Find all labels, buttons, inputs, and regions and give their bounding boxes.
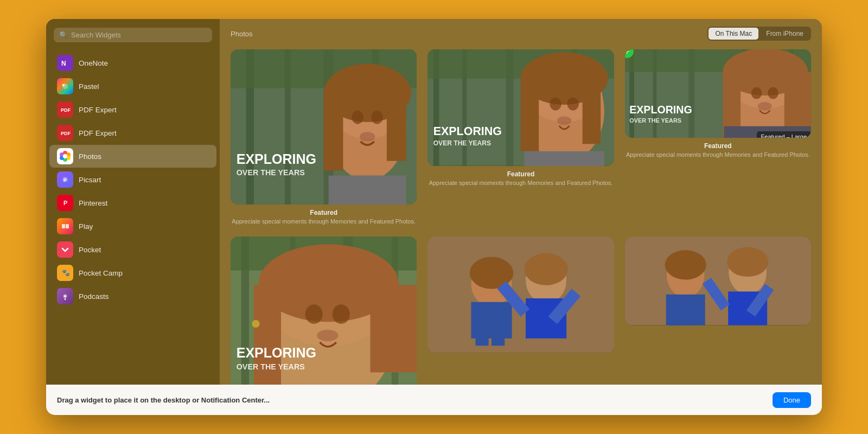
pdfexpert1-icon: PDF <box>57 101 73 118</box>
svg-text:P: P <box>63 177 67 183</box>
photo-widget-svg-medium: EXPLORING OVER THE YEARS <box>427 49 614 166</box>
content-title: Photos <box>231 30 252 38</box>
widget-desc-medium: Appreciate special moments through Memor… <box>429 179 613 187</box>
widget-card-r2-3 <box>625 237 811 385</box>
play-icon <box>57 218 73 234</box>
svg-rect-101 <box>492 324 505 346</box>
onenote-icon: N <box>57 55 73 71</box>
svg-text:PDF: PDF <box>61 107 71 113</box>
sidebar-item-podcasts[interactable]: Podcasts <box>49 285 216 308</box>
svg-point-25 <box>64 295 66 297</box>
svg-point-72 <box>751 87 762 99</box>
svg-point-91 <box>317 330 338 341</box>
widget-preview-r2-1[interactable]: EXPLORING OVER THE YEARS <box>231 237 417 385</box>
photo-r2-1-svg: EXPLORING OVER THE YEARS <box>231 237 417 385</box>
widget-name-medium: Featured <box>429 170 613 178</box>
widget-name-small: Featured <box>232 209 416 216</box>
svg-rect-35 <box>324 93 343 170</box>
sidebar-item-pocketcamp[interactable]: 🐾 Pocket Camp <box>49 261 216 284</box>
search-container: 🔍 Search Widgets <box>46 19 220 49</box>
svg-point-115 <box>727 247 768 277</box>
pdfexpert1-label: PDF Expert <box>79 106 117 114</box>
toggle-mac-btn[interactable]: On This Mac <box>709 28 758 40</box>
svg-text:EXPLORING: EXPLORING <box>433 125 502 138</box>
svg-point-14 <box>63 154 67 158</box>
widget-text-medium: Featured Appreciate special moments thro… <box>429 170 613 187</box>
svg-rect-108 <box>625 237 811 325</box>
svg-point-55 <box>567 98 579 111</box>
photos-label: Photos <box>79 152 101 161</box>
svg-rect-19 <box>62 224 65 228</box>
svg-rect-20 <box>66 224 69 228</box>
svg-rect-113 <box>684 311 695 326</box>
svg-rect-100 <box>476 324 489 346</box>
svg-point-37 <box>352 111 363 124</box>
play-label: Play <box>79 222 93 231</box>
svg-text:PDF: PDF <box>61 131 71 136</box>
svg-text:OVER THE YEARS: OVER THE YEARS <box>629 117 681 124</box>
sidebar-item-pastel[interactable]: Pastel <box>49 75 216 98</box>
svg-rect-88 <box>370 285 417 373</box>
widget-preview-large[interactable]: + <box>625 49 811 138</box>
svg-rect-71 <box>784 72 811 131</box>
sidebar-item-picsart[interactable]: P Picsart <box>49 168 216 191</box>
svg-rect-96 <box>427 237 614 353</box>
pinterest-label: Pinterest <box>79 199 107 207</box>
widget-preview-r2-3[interactable] <box>625 237 811 325</box>
widget-preview-small[interactable]: EXPLORING OVER THE YEARS <box>231 49 417 205</box>
content-header: Photos On This Mac From iPhone <box>220 19 822 46</box>
sidebar-item-pdfexpert2[interactable]: PDF PDF Expert <box>49 122 216 144</box>
widget-card-medium: EXPLORING OVER THE YEARS Featured Apprec… <box>427 49 614 226</box>
search-icon: 🔍 <box>59 31 68 39</box>
widget-preview-r2-2[interactable] <box>427 237 614 353</box>
svg-point-110 <box>665 251 706 280</box>
search-box[interactable]: 🔍 Search Widgets <box>54 28 212 42</box>
photo-widget-svg-large: EXPLORING OVER THE YEARS <box>625 49 811 138</box>
onenote-label: OneNote <box>79 59 108 67</box>
podcasts-label: Podcasts <box>79 292 109 301</box>
bottom-hint: Drag a widget to place it on the desktop… <box>57 396 270 404</box>
photos-icon <box>57 148 73 164</box>
widget-text-large: Featured Appreciate special moments thro… <box>626 142 810 159</box>
widget-preview-medium[interactable]: EXPLORING OVER THE YEARS <box>427 49 614 166</box>
main-content: Photos On This Mac From iPhone <box>220 19 822 385</box>
svg-text:N: N <box>61 60 66 67</box>
widget-picker-window: 🔍 Search Widgets N OneNote Pastel <box>46 19 822 415</box>
widget-row-1: EXPLORING OVER THE YEARS Featured Apprec… <box>231 49 811 226</box>
widget-card-r2-2 <box>427 237 614 385</box>
svg-text:🐾: 🐾 <box>62 269 70 277</box>
toggle-iphone-btn[interactable]: From iPhone <box>760 28 810 40</box>
svg-point-90 <box>333 305 350 324</box>
sidebar-item-play[interactable]: Play <box>49 215 216 238</box>
done-button[interactable]: Done <box>773 392 811 408</box>
window-body: 🔍 Search Widgets N OneNote Pastel <box>46 19 822 385</box>
svg-point-103 <box>525 253 568 285</box>
widget-row-2: EXPLORING OVER THE YEARS <box>231 237 811 385</box>
pinterest-icon: P <box>57 195 73 211</box>
bottom-bar: Drag a widget to place it on the desktop… <box>46 385 822 415</box>
search-input[interactable]: Search Widgets <box>71 31 121 39</box>
svg-text:EXPLORING: EXPLORING <box>629 104 692 116</box>
sidebar-item-photos[interactable]: Photos <box>49 145 216 168</box>
sidebar-item-pocket[interactable]: Pocket <box>49 238 216 261</box>
sidebar-item-onenote[interactable]: N OneNote <box>49 52 216 74</box>
svg-rect-40 <box>329 175 406 205</box>
svg-point-89 <box>305 305 323 324</box>
pdfexpert2-icon: PDF <box>57 125 73 141</box>
sidebar-item-pdfexpert1[interactable]: PDF PDF Expert <box>49 98 216 121</box>
svg-rect-36 <box>387 93 406 161</box>
picsart-label: Picsart <box>79 176 101 184</box>
sidebar-item-pinterest[interactable]: P Pinterest <box>49 192 216 214</box>
widget-desc-small: Appreciate special moments through Memor… <box>232 218 416 226</box>
svg-rect-57 <box>525 151 605 166</box>
picsart-icon: P <box>57 171 73 188</box>
svg-text:EXPLORING: EXPLORING <box>237 151 316 167</box>
svg-rect-53 <box>583 79 601 144</box>
svg-rect-112 <box>669 311 681 326</box>
svg-point-92 <box>252 320 259 328</box>
featured-large-tooltip: Featured – Large <box>757 131 811 138</box>
svg-point-38 <box>371 111 382 124</box>
pocketcamp-icon: 🐾 <box>57 265 73 281</box>
svg-rect-52 <box>521 79 539 151</box>
photo-widget-svg-small: EXPLORING OVER THE YEARS <box>231 49 417 205</box>
